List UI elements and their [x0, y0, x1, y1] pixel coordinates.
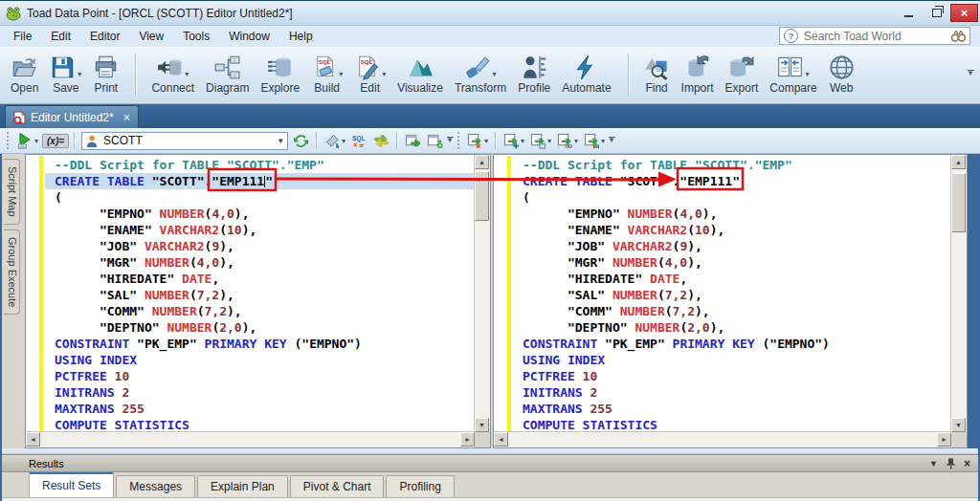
dropdown-caret-icon[interactable]: ▾	[521, 137, 524, 145]
dropdown-caret-icon[interactable]: ▾	[185, 70, 189, 78]
scroll-left-icon[interactable]: ◄	[26, 432, 40, 447]
dropdown-caret-icon[interactable]: ▾	[484, 137, 488, 145]
execute-to-chart-button[interactable]: ▾	[582, 132, 607, 150]
code-area[interactable]: --DDL Script for TABLE "SCOTT"."EMP"CREA…	[494, 155, 951, 432]
toolbar-grip[interactable]	[457, 132, 461, 149]
menu-item-edit[interactable]: Edit	[41, 28, 80, 45]
toolbar-button-open[interactable]: Open	[6, 50, 43, 97]
execute-to-file-button[interactable]: ▾	[501, 132, 526, 150]
menu-item-help[interactable]: Help	[279, 28, 323, 45]
code-token: ),	[687, 255, 702, 270]
sql-recall-button[interactable]: SQL	[349, 132, 369, 150]
scroll-right-icon[interactable]: ►	[937, 432, 951, 447]
side-tab-script-map[interactable]: Script Map	[4, 159, 20, 225]
dropdown-caret-icon[interactable]: ▾	[547, 137, 551, 145]
results-tab-pivot-chart[interactable]: Pivot & Chart	[290, 475, 385, 497]
code-area[interactable]: --DDL Script for TABLE "SCOTT"."EMP"CREA…	[26, 155, 475, 432]
code-token: NUMBER	[145, 255, 189, 270]
results-tab-profiling[interactable]: Profiling	[386, 475, 454, 497]
results-close-icon[interactable]: ×	[964, 457, 970, 470]
dropdown-caret-icon[interactable]: ▾	[382, 70, 386, 78]
restore-button[interactable]	[923, 4, 950, 22]
dropdown-caret-icon[interactable]: ▼	[277, 137, 284, 145]
execute-to-window-button[interactable]	[403, 132, 423, 150]
scroll-up-icon[interactable]: ▲	[951, 155, 966, 169]
scroll-right-icon[interactable]: ►	[460, 432, 475, 447]
execute-script-button[interactable]: ▾	[14, 131, 40, 150]
tab-editor-untitled2[interactable]: Editor Untitled2* ×	[5, 105, 139, 128]
horizontal-scrollbar[interactable]: ◄ ►	[494, 431, 951, 447]
toolbar-button-visualize[interactable]: Visualize	[392, 50, 448, 97]
dropdown-caret-icon[interactable]: ▾	[574, 137, 578, 145]
dropdown-caret-icon[interactable]: ▾	[342, 137, 345, 145]
dropdown-caret-icon[interactable]: ▾	[78, 70, 81, 78]
code-token: ),	[710, 223, 725, 237]
results-tab-explain-plan[interactable]: Explain Plan	[197, 475, 288, 497]
execute-to-link-button[interactable]: ▾	[555, 132, 580, 150]
menu-item-tools[interactable]: Tools	[173, 28, 219, 45]
menu-item-editor[interactable]: Editor	[80, 28, 129, 45]
toolbar-button-connect[interactable]: ▾Connect	[146, 50, 199, 97]
execute-to-excel-button[interactable]: ▾	[465, 132, 490, 150]
dropdown-caret-icon[interactable]: ▾	[805, 70, 809, 78]
scroll-down-icon[interactable]: ▼	[951, 418, 966, 432]
vertical-scrollbar[interactable]: ▲ ▼	[950, 155, 967, 432]
results-tab-result-sets[interactable]: Result Sets	[29, 472, 114, 497]
toolbar-button-edit[interactable]: SQL▾Edit	[349, 50, 390, 97]
editor-pane-left[interactable]: --DDL Script for TABLE "SCOTT"."EMP"CREA…	[25, 154, 491, 448]
menu-item-view[interactable]: View	[129, 28, 173, 45]
dropdown-caret-icon[interactable]: ▾	[601, 137, 605, 145]
tab-close-icon[interactable]: ×	[123, 111, 130, 124]
toolbar-button-export[interactable]: Export	[721, 50, 764, 97]
editor-pane-right[interactable]: --DDL Script for TABLE "SCOTT"."EMP"CREA…	[493, 154, 968, 448]
scroll-down-icon[interactable]: ▼	[475, 418, 489, 432]
toolbar-button-web[interactable]: Web	[824, 50, 859, 97]
results-tab-messages[interactable]: Messages	[116, 475, 195, 497]
search-input[interactable]	[802, 29, 948, 44]
dropdown-caret-icon[interactable]: ▾	[339, 70, 343, 78]
toad-world-searchbox[interactable]: ?	[779, 27, 970, 45]
toolbar-button-build[interactable]: SQL▾Build	[306, 50, 347, 97]
toolbar-button-find[interactable]: Find	[639, 50, 675, 97]
toolbar-overflow-button[interactable]: ▼	[608, 137, 615, 144]
toolbar-button-explore[interactable]: Explore	[256, 50, 304, 97]
scrollbar-thumb[interactable]	[475, 171, 489, 221]
pin-icon[interactable]	[947, 458, 955, 469]
format-code-button[interactable]: ▾	[323, 132, 347, 150]
close-button[interactable]: ×	[950, 4, 978, 22]
toolbar-button-save[interactable]: ▾Save	[45, 50, 86, 97]
binoculars-icon[interactable]	[951, 31, 966, 42]
dropdown-caret-icon[interactable]: ▾	[34, 137, 38, 145]
side-tab-group-execute[interactable]: Group Execute	[4, 229, 20, 315]
scrollbar-thumb[interactable]	[951, 173, 966, 232]
dropdown-caret-icon[interactable]: ▾	[493, 70, 497, 78]
refresh-connection-button[interactable]	[291, 132, 311, 150]
toolbar-button-import[interactable]: Import	[677, 50, 719, 97]
code-line: "HIREDATE" DATE,	[45, 271, 475, 287]
toolbar-button-automate[interactable]: Automate	[557, 50, 615, 97]
bind-variables-button[interactable]: (x)=	[42, 134, 69, 148]
menu-item-file[interactable]: File	[4, 28, 41, 45]
code-token: (	[219, 223, 227, 237]
execute-add-result-button[interactable]	[425, 132, 445, 150]
toolbar-button-compare[interactable]: ▾Compare	[765, 50, 821, 97]
menu-item-window[interactable]: Window	[219, 28, 279, 45]
scroll-up-icon[interactable]: ▲	[475, 155, 489, 169]
minimize-button[interactable]	[895, 4, 923, 22]
toolbar-button-diagram[interactable]: Diagram	[201, 50, 254, 97]
toolbar-button-profile[interactable]: Profile	[513, 50, 555, 97]
toolbar-button-transform[interactable]: ▾Transform	[450, 50, 511, 97]
vertical-scrollbar[interactable]: ▲ ▼	[474, 155, 490, 432]
toolbar-overflow-button[interactable]: ▼	[967, 70, 974, 77]
toolbar-button-print[interactable]: Print	[88, 50, 123, 97]
connection-combo[interactable]: SCOTT▼	[81, 132, 288, 150]
toolbar-separator	[316, 132, 318, 149]
title-bar[interactable]: Toad Data Point - [ORCL (SCOTT) Editor U…	[0, 1, 980, 26]
scroll-left-icon[interactable]: ◄	[494, 432, 508, 447]
code-expansion-button[interactable]	[371, 132, 391, 150]
execute-to-editor-button[interactable]: ▾	[528, 132, 553, 150]
results-dropdown-icon[interactable]: ▼	[929, 459, 938, 468]
toolbar-grip[interactable]	[6, 132, 11, 149]
horizontal-scrollbar[interactable]: ◄ ►	[26, 431, 475, 447]
toolbar-overflow-button[interactable]: ▼	[446, 137, 454, 144]
